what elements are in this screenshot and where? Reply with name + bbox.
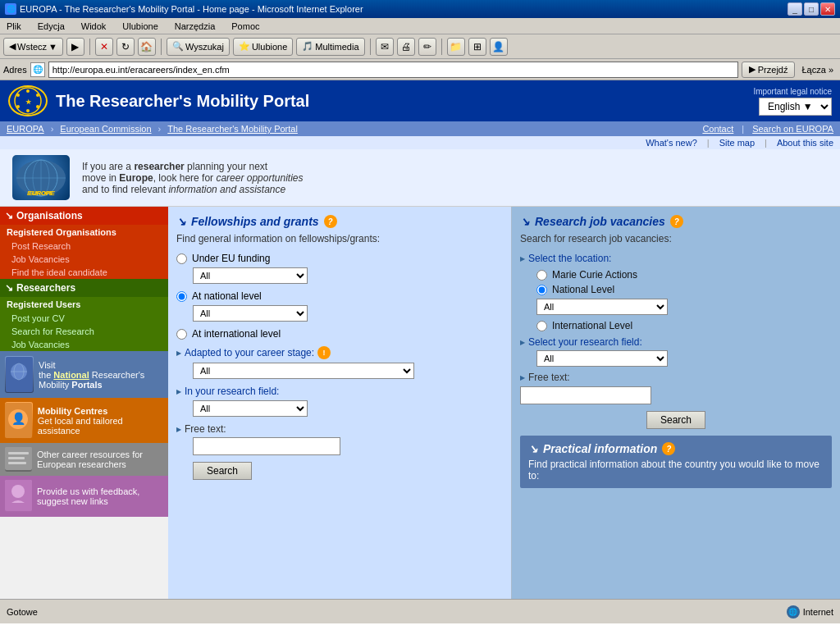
menu-widok[interactable]: Widok [78, 21, 110, 32]
national-level-select[interactable]: All [193, 305, 308, 322]
fellowships-search-button[interactable]: Search [193, 462, 252, 480]
svg-text:EUROPE: EUROPE [29, 190, 53, 196]
svg-text:★: ★ [25, 98, 32, 106]
contact-link[interactable]: Contact [702, 124, 733, 134]
eu-funding-select[interactable]: All [193, 267, 308, 284]
marie-curie-radio[interactable] [536, 270, 547, 281]
go-arrow-icon: ▶ [749, 64, 756, 75]
menu-plik[interactable]: Plik [3, 21, 25, 32]
breadcrumb-commission[interactable]: European Commission [60, 124, 151, 134]
maximize-button[interactable]: □ [804, 2, 819, 16]
fullscreen-button[interactable]: ⊞ [468, 38, 486, 56]
favorites-icon: ⭐ [239, 41, 250, 52]
window-controls[interactable]: _ □ ✕ [788, 2, 835, 16]
free-text-vacancy-input[interactable] [520, 386, 651, 404]
sidebar-item-post-cv[interactable]: Post your CV [0, 312, 168, 325]
sidebar-mobility-centres[interactable]: 👤 Mobility Centres Get local and tailore… [0, 398, 168, 443]
breadcrumb-europa[interactable]: EUROPA [7, 124, 44, 134]
career-stage-help-icon[interactable]: ! [317, 346, 331, 359]
links-button[interactable]: Łącza » [798, 63, 837, 76]
go-button[interactable]: ▶ Przejdź [742, 62, 796, 78]
visit-national-text: Visit the National Researcher'sMobility … [39, 360, 144, 390]
menu-edycja[interactable]: Edycja [34, 21, 68, 32]
national-level-radio[interactable] [176, 291, 187, 302]
sidebar-item-post-research[interactable]: Post Research [0, 240, 168, 253]
free-text-input[interactable] [193, 437, 340, 455]
free-text-vacancy-expandable[interactable]: Free text: [520, 372, 832, 383]
researchers-header[interactable]: ↘ Researchers [0, 279, 168, 297]
title-bar: 🌐 EUROPA - The Researcher's Mobility Por… [0, 0, 840, 18]
breadcrumb: EUROPA › European Commission › The Resea… [7, 124, 298, 134]
eu-funding-select-row: All [193, 267, 503, 284]
about-site-link[interactable]: About this site [777, 138, 833, 148]
mail-button[interactable]: ✉ [376, 38, 394, 56]
national-level-vacancy-radio[interactable] [536, 285, 547, 295]
whats-new-link[interactable]: What's new? [646, 138, 697, 148]
menu-narzedzia[interactable]: Narzędzia [171, 21, 219, 32]
site-map-link[interactable]: Site map [719, 138, 755, 148]
vacancies-search-button[interactable]: Search [646, 411, 705, 429]
stop-button[interactable]: ✕ [95, 38, 113, 56]
eu-funding-radio[interactable] [176, 253, 187, 264]
refresh-button[interactable]: ↻ [116, 38, 135, 56]
home-button[interactable]: 🏠 [138, 38, 156, 56]
folder-button[interactable]: 📁 [447, 38, 465, 56]
toolbar-separator-1 [89, 39, 90, 55]
organisations-header[interactable]: ↘ Organisations [0, 207, 168, 225]
content-area: ↘ Fellowships and grants ? Find general … [168, 207, 840, 599]
practical-help-icon[interactable]: ? [662, 442, 675, 455]
hero-text-1: If you are a researcher planning your ne… [82, 161, 303, 195]
internet-icon: 🌐 [787, 605, 800, 619]
user-button[interactable]: 👤 [490, 38, 508, 56]
status-bar: Gotowe 🌐 Internet [0, 599, 840, 623]
fellowships-help-icon[interactable]: ? [324, 215, 337, 228]
national-vacancy-select-row: All [536, 299, 832, 315]
menu-pomoc[interactable]: Pomoc [228, 21, 262, 32]
back-button[interactable]: ◀ Wstecz ▼ [3, 38, 63, 56]
language-select[interactable]: English ▼ Deutsch Français [759, 98, 832, 116]
sidebar-other-careers[interactable]: Other career resources for European rese… [0, 443, 168, 476]
sidebar-item-job-vacancies-org[interactable]: Job Vacancies [0, 253, 168, 266]
sidebar-provide-feedback[interactable]: Provide us with feedback, suggest new li… [0, 476, 168, 517]
vacancies-help-icon[interactable]: ? [670, 215, 683, 228]
career-stage-expandable[interactable]: Adapted to your career stage: ! [176, 346, 503, 359]
sidebar-item-job-vacancies-res[interactable]: Job Vacancies [0, 338, 168, 351]
address-input[interactable] [48, 62, 738, 78]
research-field-select[interactable]: All [193, 400, 308, 417]
sidebar-item-find-candidate[interactable]: Find the ideal candidate [0, 266, 168, 279]
research-field-vacancy-select[interactable]: All [536, 350, 668, 367]
minimize-button[interactable]: _ [788, 2, 802, 16]
free-text-expandable[interactable]: Free text: [176, 423, 503, 435]
search-toolbar-icon: 🔍 [172, 41, 184, 52]
menu-ulubione[interactable]: Ulubione [119, 21, 161, 32]
breadcrumb-portal[interactable]: The Researcher's Mobility Portal [167, 124, 298, 134]
sidebar-item-search-research[interactable]: Search for Research [0, 325, 168, 338]
sidebar-item-registered-users[interactable]: Registered Users [0, 297, 168, 312]
print-button[interactable]: 🖨 [397, 38, 415, 56]
vacancies-panel: ↘ Research job vacancies ? Search for re… [512, 207, 840, 599]
fellowships-title: ↘ Fellowships and grants ? [176, 215, 503, 228]
multimedia-button[interactable]: 🎵 Multimedia [296, 38, 364, 56]
national-level-vacancy-label: National Level [552, 284, 614, 295]
svg-point-4 [16, 94, 20, 97]
search-toolbar-button[interactable]: 🔍 Wyszukaj [167, 38, 230, 56]
location-expandable[interactable]: Select the location: [520, 253, 832, 264]
close-button[interactable]: ✕ [820, 2, 835, 16]
favorites-button[interactable]: ⭐ Ulubione [233, 38, 293, 56]
research-field-expandable[interactable]: In your research field: [176, 386, 503, 397]
research-field-label: In your research field: [185, 386, 279, 397]
sidebar-item-registered-organisations[interactable]: Registered Organisations [0, 225, 168, 240]
edit-button[interactable]: ✏ [418, 38, 436, 56]
fellowships-panel: ↘ Fellowships and grants ? Find general … [168, 207, 512, 599]
national-vacancy-select[interactable]: All [536, 299, 668, 315]
career-stage-select[interactable]: All [193, 363, 414, 379]
national-portals-link[interactable]: National [53, 370, 89, 380]
international-level-vacancy-radio[interactable] [536, 321, 547, 331]
practical-info-section: ↘ Practical information ? Find practical… [520, 436, 832, 488]
forward-button[interactable]: ▶ [66, 38, 84, 56]
research-field-vacancy-expandable[interactable]: Select your research field: [520, 336, 832, 348]
international-level-radio[interactable] [176, 329, 187, 340]
search-on-europa-link[interactable]: Search on EUROPA [752, 124, 833, 134]
address-bar: Adres 🌐 ▶ Przejdź Łącza » [0, 59, 840, 80]
location-label: Select the location: [528, 253, 611, 264]
